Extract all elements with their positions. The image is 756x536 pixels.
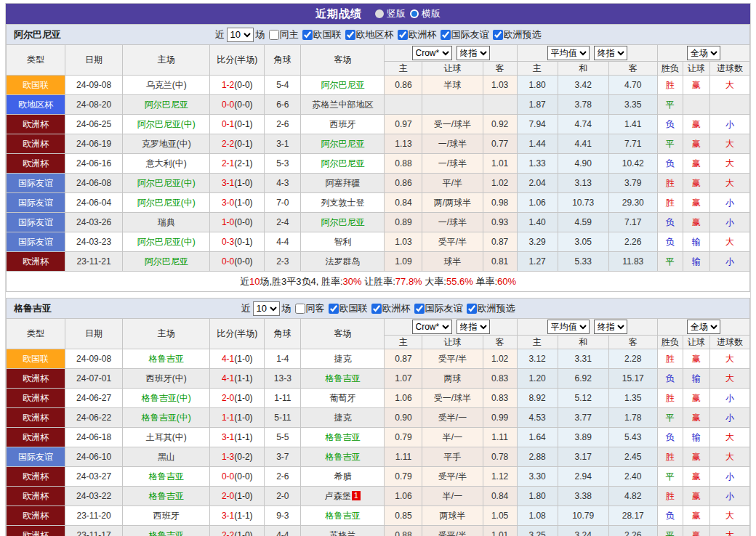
sub-header-让球: 让球: [683, 336, 709, 349]
avg-away: 5.43: [608, 428, 657, 447]
home-team: 西班牙(中): [123, 369, 210, 389]
score-cell: 2-0(1-0): [210, 487, 265, 506]
handicap-result-cell: 赢: [683, 447, 709, 467]
corner-cell: 4-3: [265, 174, 301, 193]
league-checkbox[interactable]: [302, 30, 313, 40]
league-checkbox[interactable]: [371, 304, 382, 314]
date-cell: 24-06-18: [65, 428, 123, 447]
odds-home: 1.11: [385, 447, 422, 467]
layout-radio-竖版[interactable]: 竖版: [375, 7, 406, 20]
result-cell: 负: [657, 369, 683, 389]
league-filter-欧洲预选[interactable]: 欧洲预选: [463, 302, 515, 315]
bookmaker-select[interactable]: Crow*: [412, 46, 452, 60]
league-filter-欧国联[interactable]: 欧国联: [325, 302, 368, 315]
league-checkbox[interactable]: [414, 304, 425, 314]
games-count-select[interactable]: 10: [253, 301, 280, 316]
league-checkbox[interactable]: [441, 30, 451, 40]
date-cell: 24-06-04: [65, 193, 123, 213]
score-cell: 1-3(0-2): [210, 447, 265, 467]
result-cell: 负: [657, 232, 683, 252]
avg-home: 8.92: [517, 389, 558, 408]
summary-text: 55.6%: [446, 276, 473, 287]
odds-home: 1.09: [385, 252, 422, 272]
league-filter-欧洲杯[interactable]: 欧洲杯: [368, 302, 411, 315]
league-filter-欧地区杯[interactable]: 欧地区杯: [342, 28, 394, 41]
sub-header-让球: 让球: [422, 336, 483, 349]
fulltime-score: 4-1: [222, 354, 234, 364]
league-checkbox[interactable]: [345, 30, 355, 40]
col-header-角球: 角球: [265, 319, 301, 349]
sub-header-主: 主: [517, 336, 558, 349]
period-select[interactable]: 全场: [687, 46, 720, 60]
odds-stage-select[interactable]: 终指: [457, 320, 490, 334]
avg-stage-select[interactable]: 终指: [594, 46, 627, 60]
odds-stage-select[interactable]: 终指: [457, 46, 490, 60]
average-select[interactable]: 平均值: [547, 320, 590, 334]
league-filter-欧洲杯[interactable]: 欧洲杯: [394, 28, 437, 41]
same-venue-checkbox[interactable]: [295, 304, 305, 314]
handicap-result-cell: 输: [683, 252, 709, 272]
avg-stage-select[interactable]: 终指: [594, 320, 627, 334]
home-team: 土耳其(中): [123, 428, 210, 447]
league-checkbox[interactable]: [493, 30, 503, 40]
league-filter-国际友谊[interactable]: 国际友谊: [437, 28, 489, 41]
league-checkbox[interactable]: [467, 304, 477, 314]
sub-header-主: 主: [385, 336, 422, 349]
summary-text: 单率:: [473, 276, 497, 287]
away-team: 苏格兰: [301, 526, 385, 536]
league-filter-欧国联[interactable]: 欧国联: [299, 28, 342, 41]
summary-text: 10: [249, 276, 260, 287]
league-label: 欧洲预选: [504, 28, 542, 41]
halftime-score: (1-0): [234, 530, 252, 536]
odds-away: 1.05: [483, 506, 517, 526]
league-checkbox[interactable]: [398, 30, 408, 40]
away-team: 阿塞拜疆: [301, 174, 385, 193]
corner-cell: 4-4: [265, 232, 301, 252]
odds-handicap: 受平/半: [422, 232, 483, 252]
col-header-客场: 客场: [301, 45, 385, 76]
league-badge: 欧洲杯: [7, 369, 65, 389]
result-cell: 负: [657, 115, 683, 134]
corner-cell: 6-6: [265, 95, 301, 115]
average-odds-group: 平均值终指: [517, 319, 657, 336]
league-filter-欧洲预选[interactable]: 欧洲预选: [489, 28, 542, 41]
col-header-日期: 日期: [65, 319, 123, 349]
header-group-row: 类型日期主场比分(半场)角球客场Crow*终指平均值终指全场: [7, 45, 750, 62]
odds-home: 0.88: [385, 154, 422, 174]
odds-home: 1.06: [385, 389, 422, 408]
league-badge: 欧洲杯: [7, 154, 65, 174]
home-team: 黑山: [123, 447, 210, 467]
goals-cell: 大: [709, 134, 749, 154]
halftime-score: (1-1): [234, 373, 252, 383]
avg-away: 28.17: [608, 506, 657, 526]
games-count-select[interactable]: 10: [227, 28, 254, 42]
odds-away: 0.78: [483, 447, 517, 467]
period-select[interactable]: 全场: [687, 320, 720, 334]
avg-away: 4.82: [608, 487, 657, 506]
same-venue-checkbox[interactable]: [269, 30, 279, 40]
score-cell: 3-1(1-1): [210, 506, 265, 526]
fulltime-score: 1-1: [222, 413, 234, 423]
odds-away: 1.01: [483, 526, 517, 536]
odds-handicap: 两/两球半: [422, 193, 483, 213]
away-team: 格鲁吉亚: [301, 369, 385, 389]
handicap-result-cell: 输: [683, 369, 709, 389]
average-select[interactable]: 平均值: [547, 46, 590, 60]
league-filter-国际友谊[interactable]: 国际友谊: [411, 302, 463, 315]
sub-header-和: 和: [558, 62, 608, 76]
score-cell: 1-1(1-0): [210, 408, 265, 428]
league-badge: 国际友谊: [7, 213, 65, 232]
corner-cell: 5-3: [265, 154, 301, 174]
score-cell: 4-1(1-1): [210, 369, 265, 389]
layout-radio-横版[interactable]: 横版: [410, 7, 441, 20]
league-label: 国际友谊: [425, 302, 463, 315]
summary-row: 近10场,胜3平3负4, 胜率:30% 让胜率:77.8% 大率:55.6% 单…: [7, 272, 750, 292]
bookmaker-select[interactable]: Crow*: [412, 320, 452, 334]
avg-away: 2.26: [608, 526, 657, 536]
match-row: 国际友谊24-06-10黑山1-3(0-2)3-7格鲁吉亚1.11平手0.782…: [7, 447, 750, 467]
same-venue-toggle[interactable]: 同客: [291, 302, 325, 315]
avg-home: 1.08: [517, 506, 558, 526]
avg-away: 1.41: [608, 115, 657, 134]
league-checkbox[interactable]: [329, 304, 339, 314]
same-venue-toggle[interactable]: 同主: [265, 28, 299, 41]
